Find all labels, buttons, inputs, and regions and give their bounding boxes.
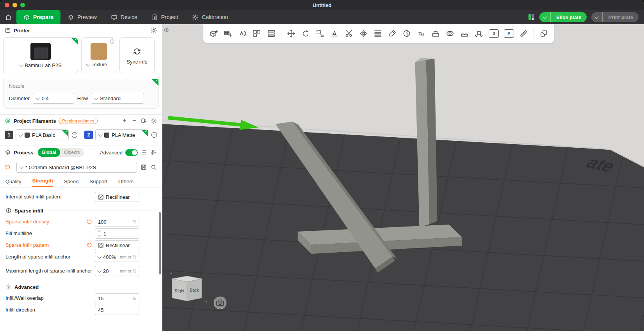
text-tool-icon[interactable]: Ta — [416, 29, 426, 38]
filament-2-more-icon[interactable] — [151, 131, 158, 138]
filament-1-select[interactable]: PLA Basic — [16, 129, 69, 140]
infill-direction-input[interactable]: 45 — [95, 305, 139, 315]
panel-scrollbar[interactable] — [159, 212, 161, 274]
minimize-button[interactable] — [12, 3, 17, 7]
auto-orient-icon[interactable] — [238, 29, 247, 38]
tab-preview[interactable]: Preview — [60, 10, 104, 24]
seam-paint-icon[interactable] — [402, 29, 411, 38]
nozzle-flow-value: Standard — [100, 96, 121, 101]
calibration-icon — [192, 14, 199, 21]
sparse-infill-density-input[interactable]: 100 % — [95, 217, 139, 227]
purging-volumes-badge[interactable]: Purging volumes — [59, 118, 98, 124]
search-icon[interactable] — [150, 164, 157, 171]
filament-color-chip — [25, 133, 30, 138]
save-preset-icon[interactable] — [140, 164, 147, 171]
plate-type-card[interactable]: Texture... — [81, 37, 116, 73]
add-plate-icon[interactable] — [223, 29, 233, 38]
measure-icon[interactable] — [519, 29, 528, 38]
tab-device[interactable]: Device — [104, 10, 144, 24]
process-preset-select[interactable]: * 0.20mm Standard @BBL P2S — [16, 162, 137, 173]
top-navbar: Prepare Preview Device Project Calibrati… — [0, 10, 644, 24]
anchor-length-select[interactable]: 400% mm or % — [95, 252, 139, 262]
add-model-icon[interactable] — [209, 29, 218, 38]
filament-1-more-icon[interactable] — [71, 131, 78, 138]
printer-card[interactable]: Bambu Lab P2S — [3, 37, 78, 73]
preset-reset-icon[interactable] — [5, 164, 12, 170]
fill-multiline-stepper[interactable]: 1 — [95, 228, 139, 239]
tab-prepare[interactable]: Prepare — [16, 10, 60, 24]
move-icon[interactable] — [286, 29, 296, 38]
slice-plate-button[interactable]: Slice plate — [539, 12, 587, 22]
plate-layout-icon[interactable] — [528, 14, 535, 20]
sparse-infill-icon — [5, 207, 12, 214]
filament-gear-icon[interactable] — [150, 117, 157, 124]
viewport-canvas[interactable]: ate — [162, 24, 644, 331]
advanced-toggle[interactable] — [125, 149, 138, 156]
color-paint-icon[interactable] — [388, 29, 397, 38]
cut-icon[interactable] — [344, 29, 354, 38]
nozzle-diameter-select[interactable]: 0.4 — [33, 93, 74, 104]
advanced-section-icon — [5, 284, 12, 290]
mirror-icon[interactable] — [359, 29, 368, 38]
fuzzy-skin-icon[interactable] — [460, 29, 469, 38]
collapse-panel-button[interactable] — [163, 27, 169, 34]
variable-layer-height-icon[interactable] — [373, 29, 382, 38]
internal-solid-infill-pattern-select[interactable]: Rectilinear — [95, 192, 139, 202]
lay-on-face-icon[interactable] — [330, 29, 339, 38]
emboss-icon[interactable] — [431, 29, 440, 38]
print-plate-button[interactable]: Print plate — [591, 12, 639, 22]
info-icon — [110, 39, 115, 44]
brim-ears-icon[interactable] — [474, 29, 484, 38]
chevron-down-icon — [19, 62, 23, 67]
filament-sync-icon[interactable] — [141, 117, 148, 124]
stepper-arrows-icon[interactable] — [98, 231, 101, 236]
tab-calibration[interactable]: Calibration — [185, 10, 235, 24]
close-button[interactable] — [5, 3, 9, 7]
mesh-boolean-icon[interactable] — [445, 29, 455, 38]
parameter-list-icon[interactable] — [141, 149, 148, 156]
zero-tag-icon[interactable]: 0 — [489, 29, 499, 38]
scope-objects[interactable]: Objects — [60, 150, 84, 155]
orbit-button[interactable] — [214, 297, 226, 309]
print-options-dropdown[interactable] — [591, 12, 603, 22]
pattern-hatch-icon — [98, 242, 104, 248]
tab-device-label: Device — [121, 14, 137, 20]
remove-filament-button[interactable]: − — [131, 117, 138, 124]
density-reset-icon[interactable] — [86, 219, 93, 225]
zoom-button[interactable] — [20, 3, 25, 7]
p-tag-icon[interactable]: P — [504, 29, 514, 38]
nozzle-flow-select[interactable]: Standard — [91, 93, 144, 104]
parameter-filter-icon[interactable] — [150, 149, 157, 156]
infill-wall-overlap-input[interactable]: 15 % — [95, 293, 139, 303]
tab-project[interactable]: Project — [144, 10, 185, 24]
split-objects-icon[interactable] — [267, 29, 276, 38]
filament-2-select[interactable]: PLA Matte — [95, 129, 148, 140]
titlebar: Untitled — [0, 0, 644, 10]
tab-strength[interactable]: Strength — [32, 176, 53, 187]
assembly-view-icon[interactable] — [539, 29, 548, 38]
tab-quality[interactable]: Quality — [5, 177, 21, 187]
sparse-infill-pattern-select[interactable]: Rectilinear — [95, 240, 139, 250]
add-filament-button[interactable]: + — [121, 117, 128, 124]
sparse-infill-section-title: Sparse infill — [14, 208, 43, 214]
chevron-down-icon — [86, 62, 90, 66]
filament-index-badge: 2 — [84, 131, 93, 139]
max-anchor-length-select[interactable]: 20 mm or % — [95, 266, 139, 276]
scope-global[interactable]: Global — [38, 148, 60, 157]
tab-others[interactable]: Others — [118, 177, 133, 187]
sync-info-button[interactable]: Sync info — [119, 37, 155, 73]
rotate-icon[interactable] — [301, 29, 310, 38]
scale-icon[interactable] — [315, 29, 325, 38]
tab-speed[interactable]: Speed — [64, 177, 79, 187]
app-window: Untitled Prepare Preview Device Project … — [0, 0, 644, 331]
slice-options-dropdown[interactable] — [539, 12, 551, 22]
process-scope-toggle[interactable]: Global Objects — [38, 148, 84, 157]
filament-2-name: PLA Matte — [112, 132, 135, 138]
printer-gear-icon[interactable] — [150, 27, 157, 34]
home-button[interactable] — [0, 10, 16, 24]
print-plate-label: Print plate — [603, 14, 639, 20]
tab-support[interactable]: Support — [90, 177, 108, 187]
pattern-reset-icon[interactable] — [86, 242, 93, 248]
arrange-icon[interactable] — [252, 29, 262, 38]
printer-section-title: Printer — [14, 28, 30, 34]
